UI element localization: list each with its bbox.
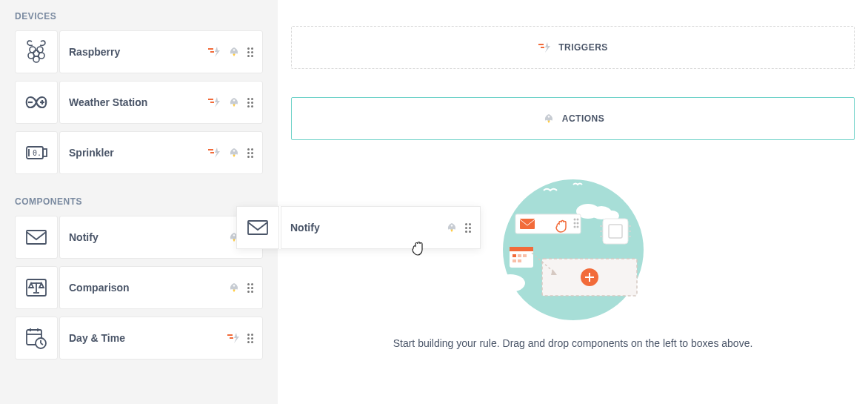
arduino-icon	[15, 81, 58, 124]
trigger-icon	[227, 333, 241, 343]
svg-point-8	[33, 56, 39, 62]
device-item-sprinkler[interactable]: 0. Sprinkler	[15, 131, 263, 174]
svg-rect-47	[518, 259, 521, 262]
main-canvas: TRIGGERS ACTIONS	[278, 0, 868, 404]
trigger-icon	[538, 42, 552, 53]
component-label: Notify	[69, 231, 227, 243]
hero-illustration: Start building your rule. Drag and drop …	[291, 176, 855, 349]
triggers-label: TRIGGERS	[558, 42, 608, 53]
drag-handle-icon[interactable]	[465, 223, 471, 233]
component-item-comparison[interactable]: Comparison	[15, 266, 263, 309]
svg-rect-46	[513, 259, 516, 262]
component-item-body: Notify	[59, 216, 263, 259]
devices-section: DEVICES Raspberr	[15, 11, 263, 174]
device-label: Raspberry	[69, 46, 207, 58]
svg-rect-49	[520, 219, 535, 229]
envelope-icon	[15, 216, 58, 259]
sidebar: DEVICES Raspberr	[0, 0, 278, 404]
hint-text: Start building your rule. Drag and drop …	[393, 337, 753, 349]
svg-point-50	[573, 219, 575, 221]
device-label: Sprinkler	[69, 147, 207, 159]
components-title: COMPONENTS	[15, 196, 263, 207]
envelope-icon	[236, 206, 279, 249]
device-item-weather[interactable]: Weather Station	[15, 81, 263, 124]
svg-rect-43	[513, 254, 516, 257]
svg-rect-13	[43, 149, 47, 156]
devices-title: DEVICES	[15, 11, 263, 21]
drag-handle-icon[interactable]	[247, 47, 253, 57]
trigger-icon	[207, 47, 222, 57]
component-label: Day & Time	[69, 332, 227, 344]
svg-point-54	[573, 226, 575, 228]
svg-point-7	[33, 50, 39, 56]
component-item-body: Day & Time	[59, 317, 263, 360]
device-badges	[207, 148, 241, 158]
svg-rect-42	[510, 247, 533, 251]
svg-point-3	[30, 47, 36, 53]
calendar-time-icon	[15, 317, 58, 360]
device-label: Weather Station	[69, 96, 207, 108]
action-icon	[227, 282, 241, 293]
dragging-item-badges	[444, 222, 459, 233]
svg-rect-45	[523, 254, 527, 257]
drag-handle-icon[interactable]	[247, 283, 253, 293]
svg-point-51	[576, 219, 578, 221]
svg-rect-44	[518, 254, 521, 257]
device-item-body: Weather Station	[59, 81, 263, 124]
action-icon	[444, 222, 459, 233]
svg-text:0.: 0.	[33, 149, 41, 157]
component-item-body: Comparison	[59, 266, 263, 309]
svg-rect-33	[603, 219, 628, 244]
svg-rect-61	[248, 221, 267, 234]
trigger-icon	[207, 148, 222, 158]
dragging-item-label: Notify	[290, 222, 444, 234]
component-item-notify[interactable]: Notify	[15, 216, 263, 259]
trigger-icon	[207, 97, 222, 107]
sprinkler-icon: 0.	[15, 131, 58, 174]
component-label: Comparison	[69, 282, 227, 294]
components-section: COMPONENTS Notify	[15, 196, 263, 360]
component-badges	[227, 282, 241, 293]
action-icon	[227, 47, 241, 57]
dragging-item-body: Notify	[281, 206, 481, 249]
action-icon	[227, 97, 241, 107]
device-item-body: Raspberry	[59, 30, 263, 73]
scale-icon	[15, 266, 58, 309]
drag-handle-icon[interactable]	[247, 98, 253, 107]
dragging-item-notify[interactable]: Notify	[236, 206, 481, 249]
device-item-raspberry[interactable]: Raspberry	[15, 30, 263, 73]
drag-handle-icon[interactable]	[247, 334, 253, 343]
action-icon	[227, 148, 241, 158]
device-badges	[207, 47, 241, 57]
component-item-daytime[interactable]: Day & Time	[15, 317, 263, 360]
action-icon	[541, 113, 556, 124]
svg-point-4	[37, 47, 43, 53]
drag-handle-icon[interactable]	[247, 148, 253, 158]
raspberry-icon	[15, 30, 58, 73]
device-item-body: Sprinkler	[59, 131, 263, 174]
actions-dropzone[interactable]: ACTIONS	[291, 97, 855, 140]
component-badges	[227, 333, 241, 343]
svg-point-52	[573, 222, 575, 225]
svg-point-53	[576, 222, 578, 225]
triggers-dropzone[interactable]: TRIGGERS	[291, 26, 855, 69]
actions-label: ACTIONS	[562, 113, 605, 124]
svg-point-55	[576, 226, 578, 228]
svg-rect-16	[27, 231, 46, 244]
device-badges	[207, 97, 241, 107]
